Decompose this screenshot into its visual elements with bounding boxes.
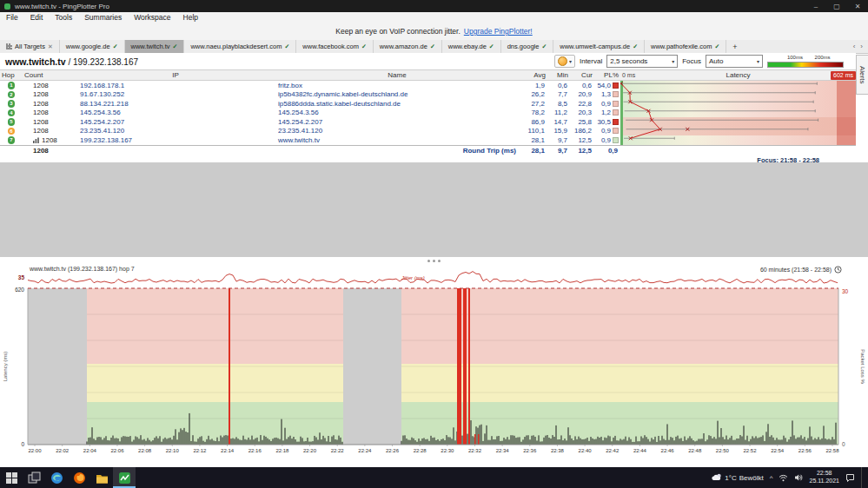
- hop-row-2[interactable]: 2120891.67.130.252ip5b4382fc.dynamic.kab…: [0, 90, 856, 100]
- maximize-button[interactable]: ▢: [826, 0, 847, 12]
- legend-100ms: 100ms: [787, 55, 803, 60]
- col-min[interactable]: Min: [547, 71, 570, 79]
- pl-cell: 54,0: [594, 82, 620, 89]
- tab-www.pathofexile.com[interactable]: www.pathofexile.com✓: [645, 40, 726, 53]
- focus-select[interactable]: Auto ▾: [706, 55, 763, 68]
- svg-text:22:28: 22:28: [414, 448, 427, 453]
- roundtrip-row: 1208 Round Trip (ms) 28,1 9,7 12,5 0,9: [0, 145, 856, 155]
- col-cur[interactable]: Cur: [570, 71, 594, 79]
- col-avg[interactable]: Avg: [520, 71, 547, 79]
- timeline-graph: 356200300Jitter (ms)Latency (ms)Packet L…: [0, 265, 868, 467]
- svg-text:22:02: 22:02: [56, 448, 70, 453]
- scroll-tabs-right[interactable]: ›: [858, 43, 865, 50]
- edge-button[interactable]: [45, 467, 68, 488]
- svg-text:22:54: 22:54: [771, 448, 785, 453]
- ip-cell: 88.134.221.218: [76, 100, 275, 108]
- start-button[interactable]: [0, 467, 23, 488]
- show-desktop-button[interactable]: [861, 467, 865, 488]
- menu-edit[interactable]: Edit: [24, 13, 50, 22]
- roundtrip-count: 1208: [23, 147, 76, 155]
- pl-cell: 0,9: [594, 100, 620, 108]
- upgrade-link[interactable]: Upgrade PingPlotter!: [464, 27, 533, 36]
- svg-text:22:04: 22:04: [83, 448, 97, 453]
- clock-time: 22:58: [817, 470, 832, 478]
- svg-text:22:50: 22:50: [716, 448, 730, 453]
- empty-pane: [0, 162, 868, 257]
- ip-cell: 199.232.138.167: [76, 136, 275, 144]
- svg-text:22:42: 22:42: [606, 448, 620, 453]
- ip-cell: 145.254.3.56: [76, 109, 275, 116]
- menu-help[interactable]: Help: [177, 13, 204, 22]
- close-button[interactable]: ✕: [847, 0, 868, 12]
- hop-cell: 4: [0, 109, 23, 117]
- target-status-button[interactable]: ▾: [554, 55, 575, 68]
- pl-cell: 1,3: [594, 90, 620, 98]
- svg-text:Latency (ms): Latency (ms): [3, 352, 8, 382]
- tab-www.umwelt-campus.de[interactable]: www.umwelt-campus.de✓: [553, 40, 645, 53]
- timeline-range-button[interactable]: 60 minutes (21:58 - 22:58): [760, 266, 842, 274]
- action-center-icon[interactable]: [845, 473, 855, 483]
- minimize-button[interactable]: –: [805, 0, 826, 12]
- latency-header: Latency: [726, 71, 750, 79]
- scroll-tabs-left[interactable]: ‹: [851, 43, 858, 50]
- close-tab-icon[interactable]: ✕: [48, 43, 53, 50]
- menu-workspace[interactable]: Workspace: [128, 13, 176, 22]
- check-icon: ✓: [633, 43, 638, 50]
- taskbar-clock[interactable]: 22:58 25.11.2021: [809, 470, 839, 485]
- tab-www.ebay.de[interactable]: www.ebay.de✓: [442, 40, 501, 53]
- hop-row-3[interactable]: 3120888.134.221.218ip5886ddda.static.kab…: [0, 99, 856, 109]
- tray-expand-icon[interactable]: ^: [770, 474, 773, 482]
- task-view-button[interactable]: [23, 467, 45, 488]
- hop-cell: 5: [0, 118, 23, 126]
- packet-loss-indicator: [613, 91, 619, 97]
- col-name[interactable]: Name: [275, 71, 520, 79]
- count-cell: 1208: [23, 82, 76, 89]
- hop-row-1[interactable]: 11208192.168.178.1fritz.box1,90,60,654,0: [0, 81, 856, 90]
- explorer-button[interactable]: [90, 467, 113, 488]
- min-cell: 7,7: [547, 90, 570, 98]
- col-ip[interactable]: IP: [76, 71, 275, 79]
- tab-www.twitch.tv[interactable]: www.twitch.tv✓: [125, 40, 185, 53]
- legend-200ms: 200ms: [815, 55, 831, 60]
- svg-text:22:16: 22:16: [248, 448, 262, 453]
- hop-row-7[interactable]: 71208199.232.138.167www.twitch.tv28,19,7…: [0, 135, 856, 145]
- tab-all-targets[interactable]: All Targets✕: [0, 40, 60, 53]
- latency-scale-min: 0 ms: [622, 70, 635, 80]
- pane-splitter[interactable]: [0, 257, 868, 265]
- tab-alerts[interactable]: Alerts: [856, 55, 868, 95]
- pl-cell: 0,9: [594, 136, 620, 144]
- svg-text:22:46: 22:46: [661, 448, 675, 453]
- firefox-button[interactable]: [68, 467, 90, 488]
- tab-www.naeu.playblackdesert.com[interactable]: www.naeu.playblackdesert.com✓: [184, 40, 296, 53]
- tab-dns.google[interactable]: dns.google✓: [501, 40, 554, 53]
- app-icon: [4, 3, 10, 10]
- tab-www.amazon.de[interactable]: www.amazon.de✓: [374, 40, 442, 53]
- tab-label: www.twitch.tv: [131, 43, 170, 50]
- hop-row-4[interactable]: 41208145.254.3.56145.254.3.5678,211,220,…: [0, 109, 856, 118]
- col-pl[interactable]: PL%: [594, 71, 620, 79]
- tab-label: www.umwelt-campus.de: [560, 43, 630, 50]
- interval-select[interactable]: 2,5 seconds ▾: [606, 55, 678, 68]
- menu-tools[interactable]: Tools: [49, 13, 78, 22]
- task-view-icon: [28, 472, 41, 485]
- col-latency: 0 ms Latency 602 ms: [620, 70, 856, 80]
- weather-widget[interactable]: 1°C Bewölkt: [712, 473, 763, 482]
- col-hop[interactable]: Hop: [0, 71, 23, 79]
- hop-row-5[interactable]: 51208145.254.2.207145.254.2.20786,914,72…: [0, 117, 856, 127]
- check-icon: ✓: [173, 43, 178, 50]
- tab-www.facebook.com[interactable]: www.facebook.com✓: [296, 40, 374, 53]
- wifi-icon[interactable]: [779, 474, 788, 482]
- speaker-icon[interactable]: [794, 473, 803, 482]
- hop-row-6[interactable]: 6120823.235.41.12023.235.41.120110,115,9…: [0, 127, 856, 136]
- tab-www.google.de[interactable]: www.google.de✓: [60, 40, 125, 53]
- tab-label: www.pathofexile.com: [651, 43, 712, 50]
- tab-label: www.amazon.de: [380, 43, 427, 50]
- check-icon: ✓: [430, 43, 435, 50]
- menu-file[interactable]: File: [0, 13, 24, 22]
- menu-summaries[interactable]: Summaries: [78, 13, 128, 22]
- new-target-tab[interactable]: +: [726, 40, 743, 53]
- packet-loss-indicator: [613, 101, 619, 107]
- col-count[interactable]: Count: [23, 71, 76, 79]
- pingplotter-button[interactable]: [113, 467, 136, 488]
- svg-text:22:56: 22:56: [798, 448, 812, 453]
